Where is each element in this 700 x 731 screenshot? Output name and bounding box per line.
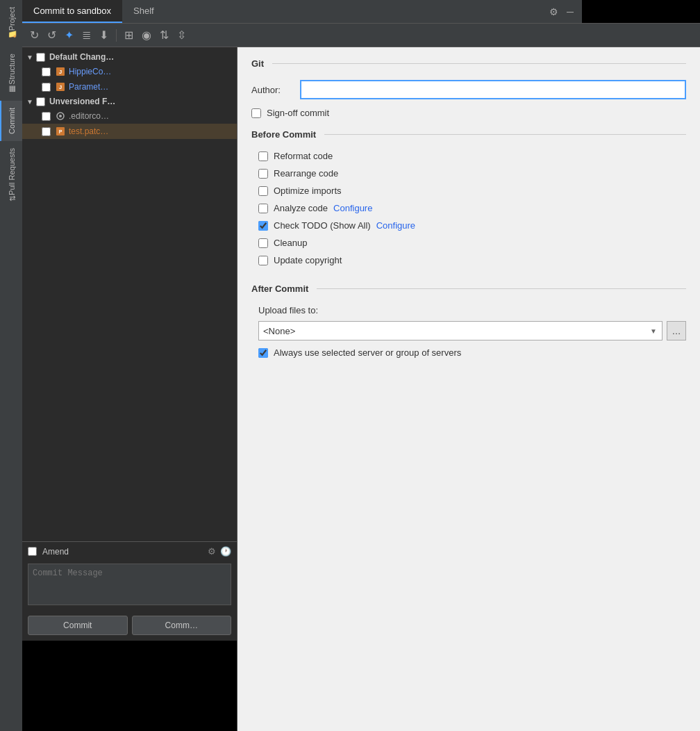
- java-icon: J: [55, 66, 66, 77]
- expand-button[interactable]: ⇅: [156, 26, 172, 44]
- project-icon: 📁: [8, 31, 17, 40]
- option-row-cleanup: Cleanup: [251, 238, 686, 248]
- right-panel: Git Author: Sign-off commit B: [238, 47, 700, 731]
- tab-icons: ⚙ ─: [547, 3, 582, 20]
- option-row-copyright: Update copyright: [251, 255, 686, 265]
- todo-configure-link[interactable]: Configure: [376, 220, 415, 231]
- author-row: Author:: [251, 80, 686, 99]
- option-row-rearrange: Rearrange code: [251, 168, 686, 179]
- undo-icon: ↺: [47, 28, 56, 42]
- git-section-header: Git: [251, 58, 686, 69]
- unversioned-checkbox[interactable]: [36, 97, 45, 106]
- param-checkbox[interactable]: [42, 83, 51, 92]
- default-changelist-header[interactable]: ▼ Default Chang…: [22, 50, 237, 64]
- analyze-label: Analyze code: [274, 203, 328, 213]
- after-commit-line: [317, 288, 686, 289]
- minimize-button[interactable]: ─: [564, 3, 576, 20]
- before-commit-header: Before Commit: [251, 129, 686, 140]
- toolbar-divider-1: [116, 29, 117, 42]
- always-use-checkbox[interactable]: [258, 348, 268, 358]
- view-button[interactable]: ◉: [138, 26, 155, 44]
- group-by-button[interactable]: ⊞: [121, 26, 137, 44]
- tree-item[interactable]: .editorco…: [22, 108, 237, 124]
- svg-text:J: J: [59, 84, 62, 90]
- todo-label: Check TODO (Show All): [274, 220, 371, 231]
- amend-checkbox[interactable]: [28, 547, 37, 556]
- upload-select[interactable]: <None>: [258, 321, 662, 340]
- signoff-row: Sign-off commit: [251, 108, 686, 118]
- overlay-top-right: [582, 0, 700, 23]
- rearrange-label: Rearrange code: [274, 168, 338, 179]
- undo-button[interactable]: ↺: [44, 26, 60, 44]
- content-area: ▼ Default Chang… J HippieCo: [22, 47, 700, 731]
- expand-icon: ⇅: [160, 28, 169, 42]
- hippie-checkbox[interactable]: [42, 67, 51, 76]
- default-changelist-label: Default Chang…: [49, 52, 114, 62]
- amend-history-icon[interactable]: 🕐: [220, 546, 231, 557]
- tree-item[interactable]: J HippieCo…: [22, 64, 237, 79]
- tree-item[interactable]: J Paramet…: [22, 79, 237, 95]
- tab-bar: Commit to sandbox Shelf ⚙ ─: [22, 0, 700, 24]
- collapse-button[interactable]: ⇳: [174, 26, 190, 44]
- editorconfig-checkbox[interactable]: [42, 112, 51, 121]
- left-bottom: Amend ⚙ 🕐 Commit Comm: [22, 541, 237, 731]
- reformat-label: Reformat code: [274, 151, 333, 161]
- tree-item-patch[interactable]: P test.patc…: [22, 124, 237, 139]
- commit-message-input[interactable]: [28, 564, 231, 605]
- default-changelist-checkbox[interactable]: [36, 53, 45, 62]
- sidebar-item-pull-requests[interactable]: ⇅ Pull Requests: [0, 141, 22, 208]
- before-commit-line: [324, 134, 686, 135]
- diff-button[interactable]: ≣: [78, 26, 94, 44]
- after-commit-header: After Commit: [251, 284, 686, 294]
- after-commit-title: After Commit: [251, 284, 308, 294]
- amend-settings-icon[interactable]: ⚙: [208, 546, 216, 557]
- signoff-checkbox[interactable]: [251, 108, 261, 118]
- tab-commit[interactable]: Commit to sandbox: [22, 0, 122, 23]
- commit-buttons: Commit Comm…: [22, 610, 237, 641]
- todo-checkbox[interactable]: [258, 221, 268, 231]
- cleanup-checkbox[interactable]: [258, 238, 268, 248]
- download-button[interactable]: ⬇: [96, 26, 112, 44]
- commit-and-button[interactable]: Comm…: [132, 616, 232, 635]
- author-input[interactable]: [300, 80, 686, 99]
- rearrange-checkbox[interactable]: [258, 169, 268, 179]
- sidebar: 📁 Project ▦ Structure Commit ⇅ Pull Requ…: [0, 0, 22, 731]
- amend-label: Amend: [42, 547, 69, 557]
- move-button[interactable]: ✦: [61, 26, 77, 44]
- unversioned-header[interactable]: ▼ Unversioned F…: [22, 95, 237, 108]
- settings-button[interactable]: ⚙: [547, 3, 561, 20]
- analyze-configure-link[interactable]: Configure: [333, 203, 372, 213]
- commit-button[interactable]: Commit: [28, 616, 128, 635]
- dots-button[interactable]: …: [667, 321, 686, 340]
- svg-point-5: [59, 115, 62, 117]
- copyright-checkbox[interactable]: [258, 256, 268, 265]
- sidebar-item-structure[interactable]: ▦ Structure: [0, 47, 22, 101]
- sidebar-item-commit[interactable]: Commit: [0, 101, 22, 141]
- diff-icon: ≣: [82, 28, 91, 42]
- option-row-reformat: Reformat code: [251, 151, 686, 161]
- commit-message-area: [22, 561, 237, 610]
- editorconfig-filename: .editorco…: [69, 111, 109, 121]
- after-commit-section: After Commit Upload files to: <None> …: [238, 284, 700, 369]
- left-panel: ▼ Default Chang… J HippieCo: [22, 47, 238, 731]
- sidebar-item-project[interactable]: 📁 Project: [0, 0, 22, 47]
- pull-requests-icon: ⇅: [8, 195, 17, 202]
- optimize-checkbox[interactable]: [258, 186, 268, 196]
- download-icon: ⬇: [99, 28, 108, 42]
- amend-icons: ⚙ 🕐: [208, 546, 231, 557]
- refresh-button[interactable]: ↻: [26, 26, 42, 44]
- reformat-checkbox[interactable]: [258, 151, 268, 161]
- svg-text:J: J: [59, 69, 62, 75]
- patch-checkbox[interactable]: [42, 127, 51, 136]
- option-row-optimize: Optimize imports: [251, 186, 686, 196]
- before-commit-section: Before Commit Reformat code Rearrange co…: [238, 129, 700, 284]
- hippie-filename: HippieCo…: [69, 67, 111, 76]
- always-use-row: Always use selected server or group of s…: [251, 347, 686, 358]
- copyright-label: Update copyright: [274, 255, 342, 265]
- unversioned-label: Unversioned F…: [49, 97, 115, 106]
- signoff-label: Sign-off commit: [267, 108, 329, 118]
- optimize-label: Optimize imports: [274, 186, 342, 196]
- analyze-checkbox[interactable]: [258, 204, 268, 213]
- tab-shelf[interactable]: Shelf: [122, 0, 165, 23]
- git-section-title: Git: [251, 58, 264, 69]
